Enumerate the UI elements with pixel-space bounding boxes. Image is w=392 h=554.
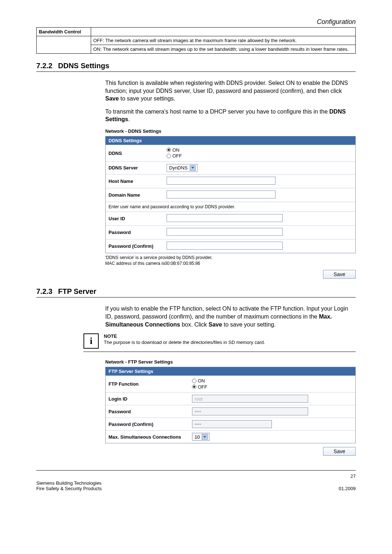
ftp-off-radio[interactable]: OFF xyxy=(192,384,207,390)
radio-dot-icon xyxy=(192,385,196,389)
section-heading-ftp: 7.2.3 FTP Server xyxy=(36,287,356,297)
ftp-save-button[interactable]: Save xyxy=(323,447,356,456)
password-label: Password xyxy=(109,230,167,235)
ftp-body: If you wish to enable the FTP function, … xyxy=(105,305,356,328)
section-number: 7.2.3 xyxy=(36,287,58,296)
note-label: NOTE xyxy=(104,333,265,339)
ddns-off-label: OFF xyxy=(172,153,182,159)
ftp-password-confirm-label: Password (Confirm) xyxy=(109,422,192,427)
section-number: 7.2.2 xyxy=(36,62,58,70)
ddns-panel-header: DDNS Settings xyxy=(106,136,355,145)
ddns-hint: Enter user name and password according t… xyxy=(106,202,355,212)
bandwidth-off-text: OFF: The network camera will stream imag… xyxy=(91,36,356,45)
section-heading-ddns: 7.2.2 DDNS Settings xyxy=(36,62,356,72)
max-connections-value: 10 xyxy=(195,434,200,440)
footer-company: Siemens Building Technologies xyxy=(36,480,102,486)
ddns-footnotes: 'DDNS service' is a service provided by … xyxy=(105,255,356,266)
ftp-pa: If you wish to enable the FTP function, … xyxy=(105,305,348,320)
ftp-panel-header: FTP Server Settings xyxy=(106,367,355,376)
ddns-p2c: . xyxy=(128,116,130,122)
info-icon: i xyxy=(83,333,99,349)
ddns-p1b: Save xyxy=(105,95,119,102)
login-id-label: Login ID xyxy=(109,396,192,402)
ddns-panel: DDNS Settings DDNS ON OFF DDNS Server Dy… xyxy=(105,136,356,253)
ddns-save-button[interactable]: Save xyxy=(323,270,356,279)
ddns-p1c: to save your settings. xyxy=(119,95,175,102)
ftp-pc: box. Click xyxy=(180,321,208,328)
ftp-on-label: ON xyxy=(198,378,205,383)
bandwidth-spacer xyxy=(37,36,91,54)
ftp-on-radio[interactable]: ON xyxy=(192,378,205,383)
note-block: i NOTE The purpose is to download or del… xyxy=(83,333,356,352)
section-title: FTP Server xyxy=(58,287,96,296)
bandwidth-label: Bandwidth Control xyxy=(37,28,91,36)
userid-input[interactable] xyxy=(167,214,283,222)
ddns-off-radio[interactable]: OFF xyxy=(167,153,182,159)
ftp-panel-title: Network - FTP Server Settings xyxy=(105,359,356,365)
bandwidth-on-text: ON: The network camera will stream image… xyxy=(91,45,356,54)
ftp-password-confirm-value: •••• xyxy=(192,422,203,427)
bandwidth-control-table: Bandwidth Control OFF: The network camer… xyxy=(36,27,356,54)
max-connections-select[interactable]: 10 xyxy=(192,433,209,441)
ftp-panel: FTP Server Settings FTP Function ON OFF … xyxy=(105,367,356,443)
ddns-label: DDNS xyxy=(109,151,167,156)
login-id-input[interactable]: root xyxy=(192,395,308,403)
section-title: DDNS Settings xyxy=(58,62,109,70)
ftp-password-value: •••• xyxy=(192,409,203,414)
page-category: Configuration xyxy=(36,18,356,26)
login-id-value: root xyxy=(192,396,205,402)
radio-dot-icon xyxy=(167,154,171,158)
password-input[interactable] xyxy=(167,228,283,236)
ddns-on-label: ON xyxy=(172,147,180,153)
radio-dot-icon xyxy=(167,148,171,152)
page-footer: 27 Siemens Building Technologies Fire Sa… xyxy=(36,470,356,491)
radio-dot-icon xyxy=(192,379,196,383)
password-confirm-label: Password (Confirm) xyxy=(109,243,167,249)
footer-date: 01.2009 xyxy=(339,486,356,491)
ddns-server-label: DDNS Server xyxy=(109,165,167,171)
hostname-label: Host Name xyxy=(109,178,167,184)
userid-label: User ID xyxy=(109,216,167,221)
hostname-input[interactable] xyxy=(167,177,275,185)
ftp-off-label: OFF xyxy=(198,384,207,390)
password-confirm-input[interactable] xyxy=(167,242,283,250)
ftp-function-label: FTP Function xyxy=(109,381,192,387)
ddns-panel-title: Network - DDNS Settings xyxy=(105,128,356,134)
ftp-password-input[interactable]: •••• xyxy=(192,407,308,415)
max-connections-label: Max. Simultaneous Connections xyxy=(109,434,192,440)
ddns-on-radio[interactable]: ON xyxy=(167,147,180,153)
domain-label: Domain Name xyxy=(109,192,167,198)
ftp-pe: to save your setting. xyxy=(222,321,276,328)
ddns-footnote-2: MAC address of this camera is00:0B:67:00… xyxy=(105,260,356,266)
chevron-down-icon xyxy=(202,434,208,440)
ftp-password-label: Password xyxy=(109,409,192,414)
ddns-p1a: This function is available when register… xyxy=(105,80,348,94)
ddns-server-value: DynDNS xyxy=(169,165,188,171)
domain-input[interactable] xyxy=(167,190,275,198)
ddns-body: This function is available when register… xyxy=(105,79,356,123)
ftp-password-confirm-input[interactable]: •••• xyxy=(192,420,272,428)
ddns-p2a: To transmit the camera's host name to a … xyxy=(105,108,329,115)
ftp-pd: Save xyxy=(209,321,222,328)
ddns-server-select[interactable]: DynDNS xyxy=(167,164,197,172)
note-text: The purpose is to download or delete the… xyxy=(104,340,265,345)
ddns-footnote-1: 'DDNS service' is a service provided by … xyxy=(105,255,356,260)
bandwidth-empty-cell xyxy=(91,28,356,36)
footer-division: Fire Safety & Security Products xyxy=(36,486,102,491)
page-number: 27 xyxy=(36,473,356,479)
chevron-down-icon xyxy=(190,165,196,171)
